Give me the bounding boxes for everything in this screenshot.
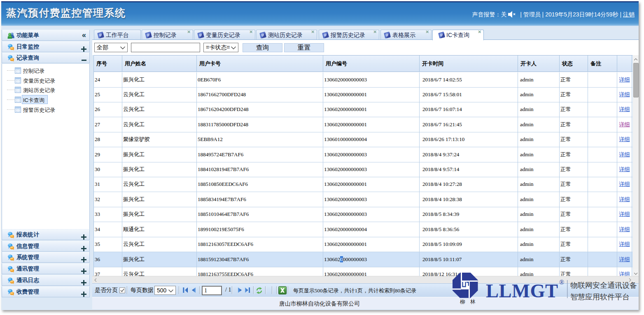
svg-text:智慧应用软件平台: 智慧应用软件平台 (570, 293, 630, 301)
svg-text:®: ® (559, 279, 564, 286)
svg-text:柳 林: 柳 林 (460, 299, 476, 305)
svg-text:物联网安全通讯设备: 物联网安全通讯设备 (570, 281, 637, 290)
svg-text:LLMGT: LLMGT (486, 280, 558, 301)
